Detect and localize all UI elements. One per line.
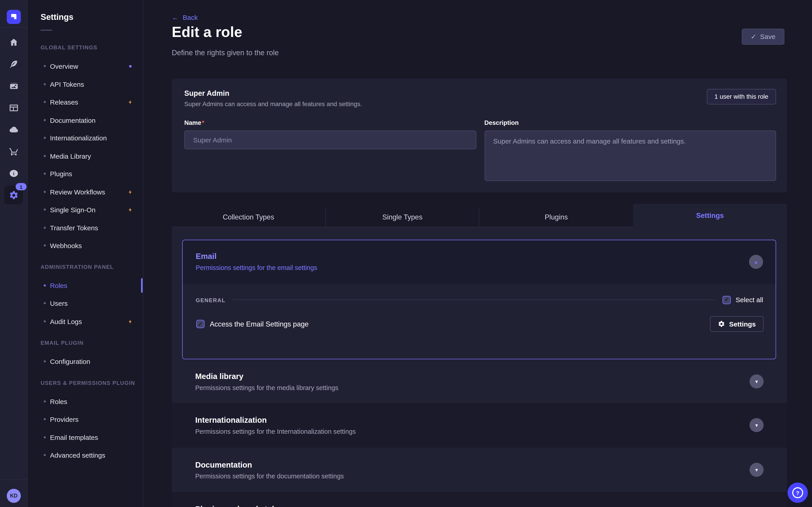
sidebar-item-plugins[interactable]: Plugins [44, 168, 140, 179]
sidebar-item-roles[interactable]: Roles [44, 280, 140, 291]
sidebar-item-media-library[interactable]: Media Library [44, 150, 140, 162]
sidebar-item-documentation[interactable]: Documentation [44, 114, 140, 126]
bullet-icon [44, 155, 46, 157]
email-accordion-expanded: Email Permissions settings for the email… [182, 240, 776, 359]
tab-plugins[interactable]: Plugins [479, 207, 633, 227]
sidebar-item-users[interactable]: Users [44, 297, 140, 309]
settings-gear-icon[interactable]: 1 [4, 186, 23, 205]
save-button[interactable]: ✓ Save [742, 29, 784, 45]
role-description-heading: Super Admins can access and manage all f… [184, 100, 362, 108]
bullet-icon [44, 101, 46, 103]
select-all-label: Select all [735, 296, 763, 304]
sidebar-item-providers[interactable]: Providers [44, 413, 140, 425]
role-name-heading: Super Admin [184, 89, 362, 97]
sidebar-item-releases[interactable]: Releases [44, 96, 140, 108]
question-mark-icon: ? [792, 487, 803, 498]
plugins-marketplace-accordion[interactable]: Plugins and marketplace [172, 492, 787, 507]
description-label: Description [484, 119, 776, 126]
sidebar-item-api-tokens[interactable]: API Tokens [44, 78, 140, 90]
sidebar-title-divider [41, 30, 52, 31]
bullet-icon [44, 244, 46, 246]
email-settings-permission-label: Access the Email Settings page [210, 320, 309, 328]
back-link[interactable]: ← Back [172, 13, 198, 21]
section-users-permissions-plugin: USERS & PERMISSIONS PLUGIN [41, 380, 135, 386]
users-with-role-button[interactable]: 1 user with this role [707, 89, 776, 105]
documentation-accordion[interactable]: Documentation Permissions settings for t… [172, 448, 787, 492]
bullet-icon [44, 436, 46, 438]
chevron-down-icon[interactable]: ▼ [750, 418, 763, 432]
section-global-settings: GLOBAL SETTINGS [41, 44, 97, 51]
bullet-icon [44, 191, 46, 193]
rail-divider [0, 27, 28, 27]
chevron-up-icon[interactable]: ▲ [749, 255, 763, 269]
help-button[interactable]: ? [788, 483, 808, 503]
sidebar-item-up-roles[interactable]: Roles [44, 396, 140, 407]
info-icon[interactable]: i [4, 164, 23, 182]
media-library-accordion[interactable]: Media library Permissions settings for t… [172, 359, 787, 403]
sidebar-item-transfer-tokens[interactable]: Transfer Tokens [44, 222, 140, 233]
sidebar-item-single-sign-on[interactable]: Single Sign-On [44, 204, 140, 215]
permissions-tabs: Collection Types Single Types Plugins Se… [172, 204, 787, 227]
name-input[interactable]: Super Admin [184, 130, 476, 149]
user-avatar[interactable]: KD [7, 489, 21, 503]
back-arrow-icon: ← [172, 13, 179, 21]
required-asterisk: * [202, 119, 204, 126]
internationalization-accordion[interactable]: Internationalization Permissions setting… [172, 403, 787, 448]
email-accordion-body: GENERAL ✓ Select all ✓ Access the Email … [183, 284, 775, 359]
home-icon[interactable] [4, 33, 23, 51]
settings-permissions-panel: Email Permissions settings for the email… [172, 227, 787, 507]
email-accordion-subtitle: Permissions settings for the email setti… [196, 264, 317, 271]
description-field-group: Description Super Admins can access and … [484, 119, 776, 181]
sidebar-item-advanced-settings[interactable]: Advanced settings [44, 449, 140, 461]
bullet-icon [44, 360, 46, 362]
select-all-checkbox[interactable]: ✓ [723, 296, 731, 304]
sidebar-item-webhooks[interactable]: Webhooks [44, 240, 140, 251]
app-window: i 1 KD Settings GLOBAL SETTINGS Overview… [0, 0, 812, 507]
page-title: Edit a role [172, 24, 242, 41]
page-subtitle: Define the rights given to the role [172, 48, 279, 57]
bullet-icon [44, 284, 46, 286]
bullet-icon [44, 400, 46, 402]
email-settings-button[interactable]: Settings [710, 316, 763, 332]
tab-settings[interactable]: Settings [633, 204, 787, 227]
svg-text:i: i [13, 171, 14, 176]
bullet-icon [44, 65, 46, 67]
marketplace-cart-icon[interactable] [4, 142, 23, 161]
sidebar-item-review-workflows[interactable]: Review Workflows [44, 186, 140, 198]
sidebar-item-audit-logs[interactable]: Audit Logs [44, 316, 140, 327]
tab-single-types[interactable]: Single Types [325, 207, 479, 227]
tab-collection-types[interactable]: Collection Types [172, 207, 325, 227]
lightning-icon [128, 189, 133, 195]
name-field-group: Name* Super Admin [184, 119, 476, 181]
section-divider [233, 299, 715, 300]
rail-bottom-divider [0, 480, 28, 480]
bullet-icon [44, 209, 46, 211]
settings-notification-badge: 1 [15, 183, 27, 190]
bullet-icon [44, 418, 46, 420]
bullet-icon [44, 321, 46, 323]
sidebar-item-configuration[interactable]: Configuration [44, 355, 140, 367]
sidebar-item-internationalization[interactable]: Internationalization [44, 132, 140, 144]
description-textarea[interactable]: Super Admins can access and manage all f… [484, 130, 776, 181]
email-accordion-header[interactable]: Email Permissions settings for the email… [183, 240, 775, 284]
media-images-icon[interactable] [4, 76, 23, 95]
general-section-label: GENERAL [196, 297, 225, 303]
active-item-indicator [141, 278, 143, 293]
name-label: Name* [184, 119, 476, 126]
email-settings-checkbox[interactable]: ✓ [196, 320, 205, 328]
content-feather-icon[interactable] [4, 55, 23, 73]
gear-icon [718, 321, 725, 328]
content-type-builder-icon[interactable] [4, 98, 23, 117]
strapi-logo[interactable] [7, 10, 21, 24]
sidebar-item-overview[interactable]: Overview [44, 60, 140, 72]
bullet-icon [44, 83, 46, 85]
bullet-icon [44, 137, 46, 139]
chevron-down-icon[interactable]: ▼ [750, 375, 763, 389]
chevron-down-icon[interactable]: ▼ [750, 463, 763, 477]
deploy-cloud-icon[interactable] [4, 120, 23, 139]
bullet-icon [44, 302, 46, 304]
main-content: ← Back Edit a role Define the rights giv… [143, 0, 812, 507]
sidebar-item-email-templates[interactable]: Email templates [44, 432, 140, 443]
section-administration-panel: ADMINISTRATION PANEL [41, 264, 114, 270]
settings-sidebar: Settings GLOBAL SETTINGS Overview API To… [28, 0, 143, 507]
